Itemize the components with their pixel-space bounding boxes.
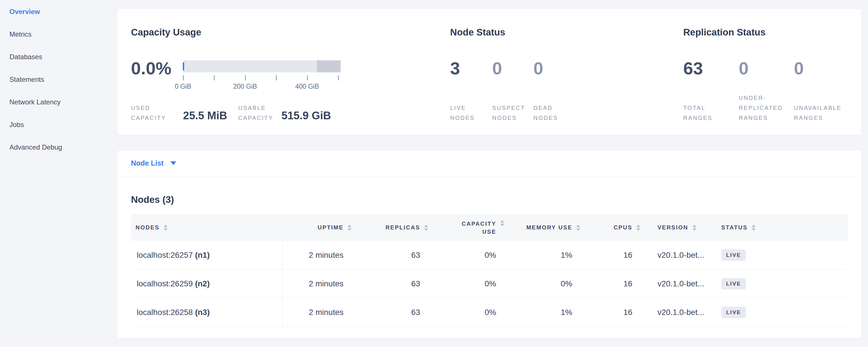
sort-arrows-icon (637, 225, 640, 231)
replication-status-title: Replication Status (683, 27, 766, 38)
sort-arrows-icon (692, 225, 696, 231)
column-header-nodes[interactable]: NODES (131, 214, 283, 241)
sidebar-item-metrics[interactable]: Metrics (0, 23, 116, 45)
capacity-used-percent: 0.0% (131, 60, 171, 77)
column-header-capacity-use[interactable]: CAPACITY USE (435, 214, 511, 241)
uptime-cell: 2 minutes (283, 270, 359, 298)
suspect-nodes-count: 0 (492, 60, 502, 77)
capacity-gauge-axis: 0 GiB 200 GiB 400 GiB (183, 75, 341, 95)
usable-capacity-value: 515.9 GiB (281, 109, 331, 122)
sort-arrows-icon (752, 225, 755, 231)
node-address: localhost:26259 (137, 279, 193, 288)
node-id: (n3) (195, 308, 210, 317)
used-capacity-value: 25.5 MiB (183, 109, 227, 122)
capacity-usage-title: Capacity Usage (131, 27, 202, 38)
column-header-version[interactable]: VERSION (647, 214, 717, 241)
node-list-dropdown[interactable]: Node List (117, 150, 861, 176)
axis-label-200: 200 GiB (233, 83, 257, 90)
version-cell: v20.1.0-bet... (647, 298, 717, 326)
table-row-node-1[interactable]: localhost:26257 (n1) 2 minutes 63 0% 1% … (131, 241, 848, 270)
version-cell: v20.1.0-bet... (647, 270, 717, 298)
usable-capacity-label: USABLE CAPACITY (238, 103, 287, 123)
replicas-cell: 63 (359, 270, 435, 298)
version-cell: v20.1.0-bet... (647, 241, 717, 269)
under-replicated-count: 0 (739, 60, 748, 77)
replicas-cell: 63 (359, 298, 435, 326)
suspect-nodes-label: SUSPECT NODES (492, 103, 529, 123)
capacity-gauge-bar (183, 60, 341, 72)
live-nodes-count: 3 (450, 60, 460, 77)
table-row-node-2[interactable]: localhost:26259 (n2) 2 minutes 63 0% 0% … (131, 270, 848, 298)
status-badge: LIVE (721, 307, 746, 318)
live-nodes-label: LIVE NODES (450, 103, 485, 123)
sidebar-item-network-latency[interactable]: Network Latency (0, 91, 116, 113)
table-row-node-3[interactable]: localhost:26258 (n3) 2 minutes 63 0% 1% … (131, 298, 848, 327)
chevron-down-icon (170, 161, 176, 165)
under-replicated-label: UNDER-REPLICATED RANGES (739, 93, 793, 123)
status-badge: LIVE (721, 249, 746, 261)
unavailable-label: UNAVAILABLE RANGES (794, 103, 854, 123)
sort-arrows-icon (347, 225, 351, 231)
memory-use-cell: 0% (511, 270, 587, 298)
node-id: (n1) (195, 251, 210, 260)
replicas-cell: 63 (359, 241, 435, 269)
column-header-uptime[interactable]: UPTIME (283, 214, 359, 241)
column-header-memory-use[interactable]: MEMORY USE (511, 214, 587, 241)
node-address: localhost:26257 (137, 251, 193, 260)
axis-label-400: 400 GiB (295, 83, 319, 90)
cluster-summary-card: Capacity Usage 0.0% 0 GiB 200 GiB 400 Gi… (117, 8, 862, 135)
total-ranges-count: 63 (683, 60, 703, 77)
uptime-cell: 2 minutes (283, 298, 359, 326)
node-list-card: Node List Nodes (3) NODES UPTIME REPLICA… (117, 150, 862, 339)
sidebar-item-advanced-debug[interactable]: Advanced Debug (0, 136, 116, 158)
status-badge: LIVE (721, 278, 746, 289)
memory-use-cell: 1% (511, 298, 587, 326)
node-id: (n2) (195, 279, 210, 288)
nodes-table: NODES UPTIME REPLICAS CAPACITY USE MEMOR… (131, 214, 848, 327)
used-capacity-label: USED CAPACITY (131, 103, 177, 123)
memory-use-cell: 1% (511, 241, 587, 269)
node-address: localhost:26258 (137, 308, 193, 317)
cpus-cell: 16 (587, 241, 647, 269)
sidebar-item-statements[interactable]: Statements (0, 68, 116, 91)
uptime-cell: 2 minutes (283, 241, 359, 269)
nodes-table-header: NODES UPTIME REPLICAS CAPACITY USE MEMOR… (131, 214, 848, 241)
total-ranges-label: TOTAL RANGES (683, 103, 720, 123)
unavailable-count: 0 (794, 60, 804, 77)
capacity-gauge-other-segment (317, 60, 341, 72)
sidebar-item-overview[interactable]: Overview (0, 0, 116, 23)
sort-arrows-icon (500, 220, 504, 226)
cpus-cell: 16 (587, 270, 647, 298)
sort-arrows-icon (424, 225, 428, 231)
capacity-use-cell: 0% (435, 298, 511, 326)
sort-arrows-icon (163, 225, 167, 231)
nodes-table-title: Nodes (3) (131, 194, 861, 205)
cpus-cell: 16 (587, 298, 647, 326)
capacity-use-cell: 0% (435, 241, 511, 269)
column-header-replicas[interactable]: REPLICAS (359, 214, 435, 241)
capacity-use-cell: 0% (435, 270, 511, 298)
sidebar: Overview Metrics Databases Statements Ne… (0, 0, 116, 347)
node-list-dropdown-label: Node List (131, 159, 163, 167)
axis-label-0: 0 GiB (175, 83, 191, 90)
column-header-cpus[interactable]: CPUS (587, 214, 647, 241)
sort-arrows-icon (576, 225, 580, 231)
column-header-status[interactable]: STATUS (717, 214, 848, 241)
dead-nodes-label: DEAD NODES (533, 103, 568, 123)
sidebar-item-databases[interactable]: Databases (0, 45, 116, 68)
node-status-title: Node Status (450, 27, 505, 38)
cluster-overview-page: Overview Metrics Databases Statements Ne… (0, 0, 868, 347)
capacity-gauge-used-indicator (183, 62, 184, 70)
dead-nodes-count: 0 (533, 60, 543, 77)
sidebar-item-jobs[interactable]: Jobs (0, 113, 116, 136)
